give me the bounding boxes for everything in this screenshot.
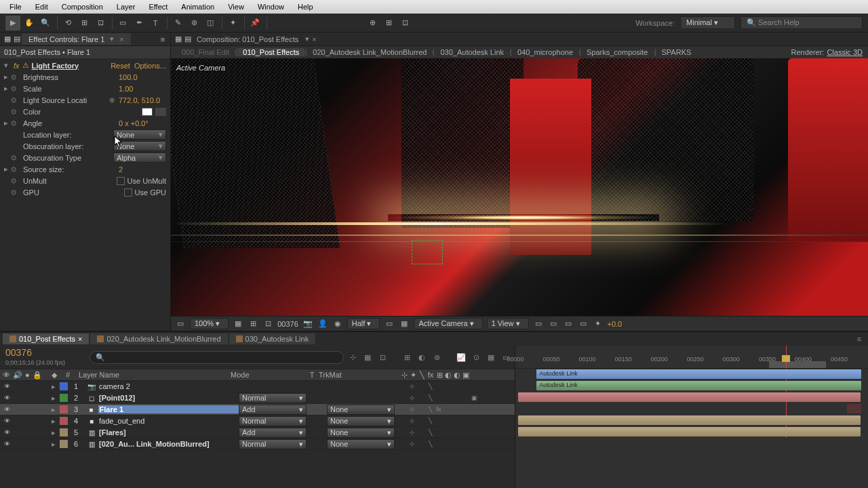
stopwatch-icon[interactable]: ⊙	[11, 154, 20, 161]
prop-angle-value[interactable]: 0 x +0.0°	[119, 119, 166, 127]
number-column[interactable]: #	[61, 371, 75, 379]
dropdown-icon[interactable]: ▾	[110, 35, 114, 43]
puppet-pin-tool-icon[interactable]: 📌	[248, 16, 262, 30]
twirl-icon[interactable]: ▸	[4, 165, 11, 174]
layer-bar[interactable]: Autodesk Link	[536, 369, 861, 379]
visibility-toggle[interactable]: 👁	[3, 417, 11, 425]
3d-switch[interactable]	[470, 440, 478, 448]
frame-blend-switch[interactable]	[443, 417, 452, 425]
stopwatch-icon[interactable]: ⊙	[11, 108, 20, 115]
trkmat-select[interactable]: None▾	[327, 428, 395, 438]
stopwatch-icon[interactable]: ⊙	[11, 85, 20, 92]
comp-icon[interactable]: ▦	[174, 35, 183, 44]
breadcrumb-item[interactable]: 020_Autodesk Link_MotionBlurred	[307, 48, 432, 56]
prop-scale-value[interactable]: 1.00	[119, 85, 166, 93]
solo-column-icon[interactable]: ●	[25, 371, 30, 380]
visibility-toggle[interactable]: 👁	[3, 440, 11, 448]
3d-switch[interactable]	[470, 417, 478, 425]
show-snapshot-icon[interactable]: 👤	[317, 319, 328, 329]
type-tool-icon[interactable]: T	[148, 16, 163, 30]
dropdown-icon[interactable]: ▾	[305, 35, 309, 43]
reset-button[interactable]: Reset	[111, 62, 130, 70]
collapse-switch[interactable]	[417, 428, 425, 436]
color-swatch[interactable]	[142, 108, 153, 116]
prop-source-size-value[interactable]: 2	[119, 165, 166, 174]
draft3d-icon[interactable]: ▦	[361, 351, 374, 363]
motion-blur-switch[interactable]	[452, 394, 460, 402]
layer-twirl-icon[interactable]: ▸	[52, 428, 58, 437]
menu-help[interactable]: Help	[291, 3, 320, 11]
collapse-switch[interactable]	[417, 394, 425, 402]
effect-controls-tab[interactable]: Effect Controls: Flare 1 ▾ ×	[22, 33, 131, 45]
adjustment-switch[interactable]	[461, 417, 469, 425]
visibility-toggle[interactable]: 👁	[3, 394, 11, 402]
timeline-tab[interactable]: 010_Post Effects×	[3, 333, 89, 344]
prop-light-source-value[interactable]: 772.0, 510.0	[119, 96, 166, 104]
menu-edit[interactable]: Edit	[28, 3, 55, 11]
timeline-layer-row[interactable]: 👁 ▸ 4 ■fade_out_end Normal▾ None▾ ⊹ ╲	[0, 415, 515, 427]
trkmat-select[interactable]: None▾	[327, 416, 395, 426]
panel-menu-icon[interactable]: ≡	[158, 35, 167, 44]
auto-keyframe-icon[interactable]: ⊙	[470, 351, 482, 363]
blend-mode-select[interactable]: Normal▾	[239, 416, 307, 426]
motion-blur-icon[interactable]: ◐	[416, 351, 428, 363]
adjustment-switch[interactable]	[461, 405, 469, 413]
stopwatch-icon[interactable]: ⊙	[11, 119, 20, 127]
resolution-icon[interactable]: ▦	[233, 319, 243, 329]
frame-blend-icon[interactable]: ⊞	[401, 351, 413, 363]
shy-icon[interactable]: ⊡	[376, 351, 389, 363]
composition-panel-icon[interactable]: ▤	[12, 35, 22, 44]
layer-color-swatch[interactable]	[60, 440, 68, 448]
timeline-layer-row[interactable]: 👁 ▸ 3 ■Flare 1 Add▾ None▾ ⊹ ╲ fx	[0, 404, 515, 415]
timeline-layer-row[interactable]: 👁 ▸ 2 ◻[Point012] Normal▾ ⊹ ╲ ▣	[0, 392, 515, 404]
visibility-toggle[interactable]: 👁	[3, 382, 11, 390]
shy-switch[interactable]: ⊹	[408, 428, 416, 436]
close-icon[interactable]: ×	[312, 35, 316, 43]
twirl-icon[interactable]: ▸	[4, 119, 11, 127]
adjustment-switch[interactable]	[461, 382, 469, 390]
current-time-indicator[interactable]	[786, 346, 787, 368]
eye-column-icon[interactable]: 👁	[3, 371, 10, 380]
collapse-switch[interactable]	[417, 440, 425, 448]
trkmat-column[interactable]: TrkMat	[319, 371, 400, 379]
effect-name[interactable]: Light Factory	[32, 62, 107, 70]
layer-twirl-icon[interactable]: ▸	[52, 382, 58, 391]
layer-twirl-icon[interactable]: ▸	[52, 405, 58, 414]
current-frame-display[interactable]: 00376	[5, 347, 81, 358]
location-layer-select[interactable]: None▾	[113, 129, 166, 140]
layer-bar[interactable]	[518, 427, 860, 436]
snapshot-icon[interactable]: 📷	[302, 319, 313, 329]
frame-blend-switch[interactable]	[443, 428, 452, 436]
fx-switch[interactable]	[435, 428, 443, 436]
motion-blur-switch[interactable]	[452, 417, 460, 425]
eyedropper-icon[interactable]	[155, 108, 166, 116]
timeline-layer-row[interactable]: 👁 ▸ 1 📷camera 2 ⊹ ╲	[0, 381, 515, 392]
composition-viewer[interactable]: Active Camera	[171, 58, 868, 316]
motion-blur-switch-icon[interactable]: ◐	[444, 371, 452, 380]
fx-switch[interactable]	[435, 417, 443, 425]
trkmat-select[interactable]: None▾	[327, 439, 395, 449]
layer-name[interactable]: ■fade_out_end	[83, 417, 239, 425]
shy-switch[interactable]: ⊹	[408, 417, 416, 425]
grid-icon[interactable]: ⊡	[262, 319, 273, 329]
stopwatch-icon[interactable]: ⊙	[11, 165, 20, 173]
frame-blend-switch[interactable]	[443, 440, 452, 448]
timeline-ruler[interactable]: 0000000050001000015000200002500030000350…	[515, 346, 868, 369]
label-column-icon[interactable]: ◆	[52, 371, 57, 379]
3d-switch[interactable]	[470, 382, 478, 390]
panel-menu-icon[interactable]: ≡	[853, 333, 865, 345]
resolution-select[interactable]: Half ▾	[347, 318, 380, 329]
frame-blend-switch-icon[interactable]: ⊞	[435, 371, 443, 380]
menu-view[interactable]: View	[221, 3, 251, 11]
flowchart-icon[interactable]: ▭	[578, 319, 589, 329]
adjustment-switch[interactable]	[461, 440, 469, 448]
layer-color-swatch[interactable]	[60, 405, 68, 413]
shy-switch[interactable]: ⊹	[408, 405, 416, 413]
timeline-search-input[interactable]: 🔍	[90, 351, 344, 364]
fast-preview-icon[interactable]: ▭	[548, 319, 559, 329]
pen-tool-icon[interactable]: ✒	[132, 16, 146, 30]
motion-blur-switch[interactable]	[452, 405, 460, 413]
stopwatch-icon[interactable]: ⊙	[11, 188, 20, 196]
shy-switch[interactable]: ⊹	[408, 440, 416, 448]
shy-switch-icon[interactable]: ⊹	[400, 371, 408, 380]
